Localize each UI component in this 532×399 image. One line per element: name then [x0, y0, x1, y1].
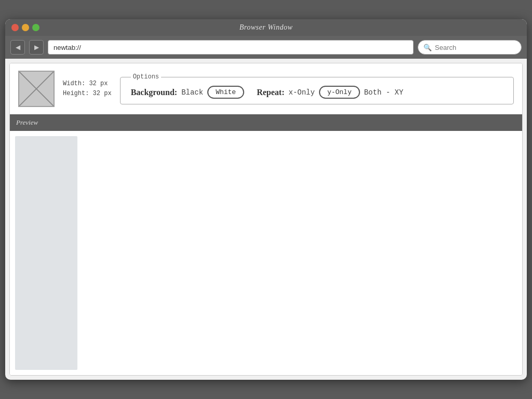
- repeat-y-only-button[interactable]: y-Only: [319, 86, 360, 99]
- image-info: Width: 32 px Height: 32 px: [63, 79, 112, 99]
- image-placeholder: [18, 71, 55, 107]
- browser-window: Browser Window ◀ ▶ 🔍 Width: 32 px: [5, 19, 527, 380]
- back-button[interactable]: ◀: [10, 40, 25, 55]
- background-white-button[interactable]: White: [207, 86, 244, 99]
- options-row: Background: Black White Repeat: x-Only y…: [131, 86, 503, 99]
- minimize-button[interactable]: [22, 24, 29, 31]
- background-label: Background:: [131, 88, 178, 97]
- close-button[interactable]: [11, 24, 19, 31]
- search-icon: 🔍: [423, 44, 432, 51]
- svg-line-1: [19, 72, 54, 106]
- image-height: Height: 32 px: [63, 89, 112, 99]
- background-group: Background: Black White: [131, 86, 245, 99]
- title-bar-buttons: [11, 24, 39, 31]
- title-bar: Browser Window: [5, 19, 527, 36]
- content-area: Width: 32 px Height: 32 px Options Backg…: [9, 63, 523, 376]
- search-bar-wrapper: 🔍: [418, 40, 522, 55]
- options-legend: Options: [131, 73, 161, 81]
- maximize-button[interactable]: [32, 24, 39, 31]
- preview-body: [10, 131, 522, 375]
- repeat-both-xy-value: Both - XY: [364, 88, 404, 97]
- forward-button[interactable]: ▶: [29, 40, 44, 55]
- preview-main: [77, 136, 517, 370]
- svg-line-2: [19, 72, 54, 106]
- background-black-value: Black: [181, 88, 203, 97]
- address-bar[interactable]: [48, 40, 414, 55]
- preview-sidebar: [15, 136, 77, 370]
- svg-rect-0: [19, 72, 54, 106]
- repeat-group: Repeat: x-Only y-Only Both - XY: [257, 86, 403, 99]
- options-panel: Width: 32 px Height: 32 px Options Backg…: [10, 63, 522, 114]
- nav-bar: ◀ ▶ 🔍: [5, 36, 527, 59]
- repeat-x-only-value: x-Only: [288, 88, 314, 97]
- image-width: Width: 32 px: [63, 79, 112, 89]
- repeat-label: Repeat:: [257, 88, 284, 97]
- window-title: Browser Window: [240, 23, 293, 32]
- preview-header: Preview: [10, 114, 522, 131]
- search-input[interactable]: [435, 44, 516, 51]
- options-fieldset: Options Background: Black White Repeat: …: [120, 73, 514, 104]
- preview-label: Preview: [16, 118, 38, 126]
